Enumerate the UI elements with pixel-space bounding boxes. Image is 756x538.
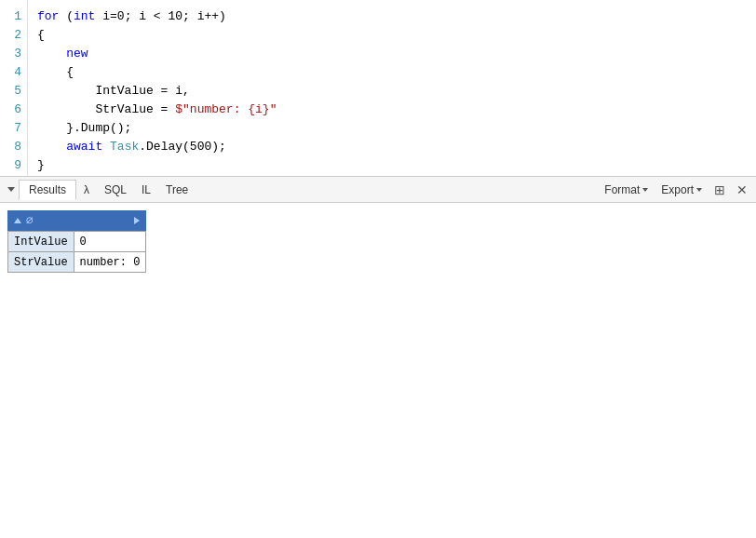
table-row: StrValue number: 0 <box>8 252 146 273</box>
nav-up-button[interactable] <box>11 217 24 224</box>
bottom-area: Results λ SQL IL Tree Format Export ⊞ ✕ <box>0 177 756 538</box>
toolbar-right: Format Export ⊞ ✕ <box>599 180 752 200</box>
grid-icon: ⊞ <box>714 182 725 197</box>
grid-icon-button[interactable]: ⊞ <box>709 180 730 200</box>
toolbar-left: Results λ SQL IL Tree <box>4 180 599 199</box>
result-table: IntValue 0 StrValue number: 0 <box>7 231 146 273</box>
data-table-wrapper: ∅ IntValue 0 StrValue number: 0 <box>7 210 146 273</box>
val-strvalue: number: 0 <box>74 252 146 273</box>
format-label: Format <box>604 183 640 196</box>
line-numbers: 1 2 3 4 5 6 7 8 9 <box>0 0 28 176</box>
tab-tree[interactable]: Tree <box>158 181 196 199</box>
dropdown-arrow-icon <box>7 187 15 192</box>
export-button[interactable]: Export <box>655 181 708 199</box>
nav-up-icon <box>14 218 21 223</box>
results-toolbar: Results λ SQL IL Tree Format Export ⊞ ✕ <box>0 177 756 203</box>
null-icon: ∅ <box>26 213 34 228</box>
tab-results[interactable]: Results <box>19 180 76 200</box>
code-text[interactable]: for (int i=0; i < 10; i++) { new { IntVa… <box>28 0 756 176</box>
nav-right-button[interactable] <box>131 216 142 225</box>
val-intvalue: 0 <box>74 232 146 252</box>
tab-sql[interactable]: SQL <box>97 181 134 199</box>
key-intvalue: IntValue <box>8 232 74 252</box>
tab-lambda[interactable]: λ <box>76 181 97 199</box>
close-icon: ✕ <box>736 182 748 197</box>
panel-dropdown-button[interactable] <box>4 184 19 195</box>
nav-buttons: ∅ <box>11 213 34 228</box>
close-button[interactable]: ✕ <box>732 180 752 200</box>
results-area: ∅ IntValue 0 StrValue number: 0 <box>0 203 756 538</box>
format-arrow-icon <box>642 188 648 192</box>
format-button[interactable]: Format <box>599 181 654 199</box>
export-arrow-icon <box>696 188 702 192</box>
code-editor: 1 2 3 4 5 6 7 8 9 for (int i=0; i < 10; … <box>0 0 756 177</box>
nav-right-icon <box>134 217 140 224</box>
tab-il[interactable]: IL <box>134 181 158 199</box>
export-label: Export <box>661 183 694 196</box>
table-nav-bar: ∅ <box>7 210 146 231</box>
key-strvalue: StrValue <box>8 252 74 273</box>
table-row: IntValue 0 <box>8 232 146 252</box>
